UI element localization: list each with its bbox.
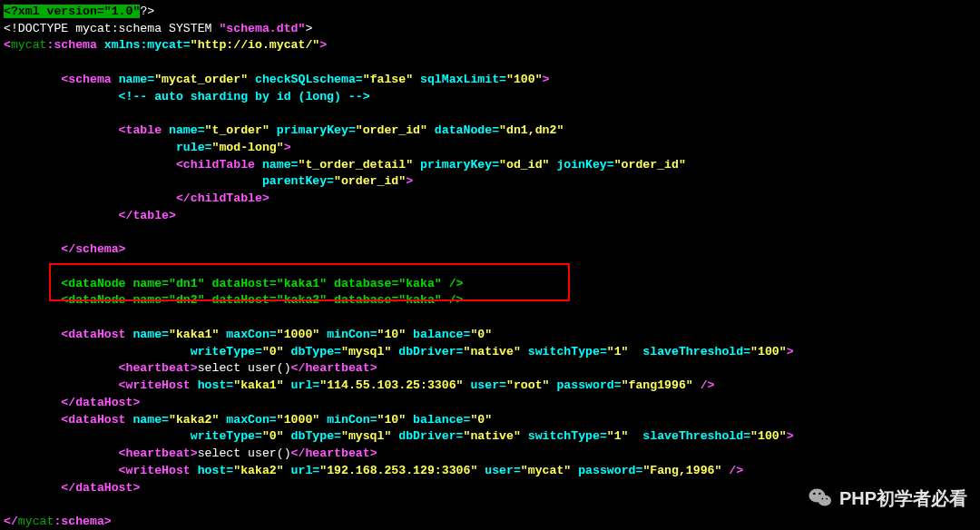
code-line: parentKey="order_id"> <box>4 173 971 191</box>
watermark: PHP初学者必看 <box>807 485 967 512</box>
svg-point-3 <box>818 493 820 495</box>
svg-point-2 <box>813 493 815 495</box>
code-line <box>4 54 971 72</box>
svg-point-4 <box>821 498 823 500</box>
code-line: </table> <box>4 208 971 225</box>
code-line: <dataNode name="dn1" dataHost="kaka1" da… <box>4 276 971 293</box>
svg-point-5 <box>826 498 828 500</box>
code-line: </dataHost> <box>4 395 971 412</box>
code-line: writeType="0" dbType="mysql" dbDriver="n… <box>4 428 971 446</box>
code-line: </childTable> <box>4 191 971 208</box>
code-line <box>4 225 971 242</box>
code-line: <mycat:schema xmlns:mycat="http://io.myc… <box>4 37 971 54</box>
svg-point-1 <box>818 495 830 505</box>
code-line: <schema name="mycat_order" checkSQLschem… <box>4 72 971 89</box>
code-line: <heartbeat>select user()</heartbeat> <box>4 360 971 378</box>
code-line: <dataHost name="kaka1" maxCon="1000" min… <box>4 327 971 344</box>
code-line <box>4 259 971 276</box>
code-line: <!DOCTYPE mycat:schema SYSTEM "schema.dt… <box>4 21 971 38</box>
code-line: <!-- auto sharding by id (long) --> <box>4 89 971 106</box>
code-line: <?xml version="1.0"?> <box>4 4 971 21</box>
code-line: </mycat:schema> <box>4 514 971 530</box>
code-line <box>4 105 971 123</box>
code-line <box>4 309 971 327</box>
code-line: </schema> <box>4 241 971 259</box>
code-line: writeType="0" dbType="mysql" dbDriver="n… <box>4 344 971 361</box>
code-line: <writeHost host="kaka1" url="114.55.103.… <box>4 378 971 395</box>
code-line: <dataHost name="kaka2" maxCon="1000" min… <box>4 412 971 429</box>
code-line: <table name="t_order" primaryKey="order_… <box>4 123 971 140</box>
code-line: <dataNode name="dn2" dataHost="kaka2" da… <box>4 292 971 309</box>
code-line: <writeHost host="kaka2" url="192.168.253… <box>4 463 971 480</box>
wechat-icon <box>807 485 834 512</box>
code-line: <childTable name="t_order_detail" primar… <box>4 157 971 174</box>
watermark-text: PHP初学者必看 <box>839 486 967 511</box>
code-line: <heartbeat>select user()</heartbeat> <box>4 446 971 463</box>
code-line: rule="mod-long"> <box>4 140 971 157</box>
